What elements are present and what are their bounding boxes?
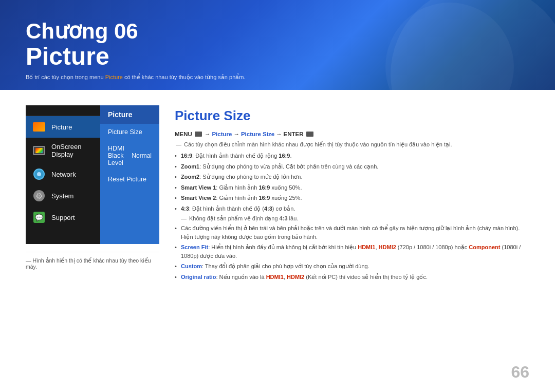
footer-note: ― Hình ảnh hiển thị có thể khác nhau tùy…: [26, 257, 159, 270]
term-smartview1: Smart View 1: [181, 184, 216, 191]
menu-left-panel: Picture OnScreen Display Network: [26, 105, 100, 244]
term-zoom2: Zoom2: [181, 174, 199, 180]
term-sv2-ratio: 16:9: [258, 195, 270, 201]
menu-divider: [26, 252, 159, 252]
list-item-zoom1: Zoom1: Sử dụng cho phóng to vừa phải. Cắ…: [175, 162, 529, 171]
sidebar-item-system[interactable]: System: [26, 185, 100, 207]
text-custom: : Thay đổi độ phân giải cho phù hợp với …: [202, 263, 369, 269]
right-content: Picture Size MENU → Picture → Picture Si…: [175, 105, 529, 382]
note-43-text: Không đặt sản phẩm về định dạng 4:3 lâu.: [189, 215, 298, 222]
header-subtitle: Bố trí các tùy chọn trong menu Picture c…: [26, 74, 246, 81]
note-43-bold: 4:3: [280, 215, 288, 221]
path-arrow1: →: [205, 131, 211, 137]
text-zoom1: : Sử dụng cho phóng to vừa phải. Cắt bớt…: [199, 163, 378, 170]
text-sv1: : Giảm hình ảnh: [216, 184, 258, 191]
page-title: Picture: [26, 43, 138, 70]
text-sv2-end: xuống 25%.: [270, 195, 302, 201]
sidebar-item-support[interactable]: Support: [26, 207, 100, 228]
term-custom: Custom: [181, 263, 202, 269]
intro-dash: Các tùy chọn điều chỉnh màn hình khác nh…: [175, 141, 529, 148]
note-43-block: Không đặt sản phẩm về định dạng 4:3 lâu.: [181, 215, 529, 222]
text-16-9-end: .: [290, 153, 291, 159]
sidebar-item-picture-label: Picture: [51, 123, 72, 131]
path-arrow3: →: [276, 131, 282, 137]
enter-icon-shape: [306, 132, 313, 137]
term-orig-hdmi1: HDMI1: [266, 274, 284, 280]
menu-icon-shape: [195, 132, 202, 137]
support-icon: [32, 212, 46, 223]
term-zoom1: Zoom1: [181, 163, 199, 170]
submenu-hdmi-label: HDMI Black Level: [108, 145, 132, 166]
list-item-original: Original ratio: Nếu nguồn vào là HDMI1, …: [175, 273, 529, 282]
text-burn: Các đường viền hiển thị ở bên trái và bê…: [181, 225, 520, 240]
term-sv1-ratio: 16:9: [258, 184, 270, 191]
list-item-zoom2: Zoom2: Sử dụng cho phóng to mức độ lớn h…: [175, 173, 529, 181]
list-item-screenfit: Screen Fit: Hiển thị hình ảnh đầy đủ mà …: [175, 243, 529, 260]
text-sf3: (720p / 1080i / 1080p) hoặc: [396, 244, 469, 250]
sidebar-item-support-label: Support: [51, 214, 75, 221]
submenu-hdmi-value: Normal: [132, 152, 152, 159]
submenu-item-reset[interactable]: Reset Picture: [100, 171, 159, 188]
text-sv1-end: xuống 50%.: [270, 184, 302, 191]
left-menu: Picture OnScreen Display Network: [26, 105, 159, 382]
term-component: Component: [469, 244, 500, 250]
bullet-list: 16:9: Đặt hình ảnh thành chế độ rộng 16:…: [175, 152, 529, 213]
sidebar-item-picture[interactable]: Picture: [26, 116, 100, 138]
term-orig-hdmi2: HDMI2: [287, 274, 304, 280]
menu-row: Picture OnScreen Display Network: [26, 105, 159, 244]
term-smartview2: Smart View 2: [181, 195, 216, 201]
note-dash: ―: [26, 257, 32, 264]
term-screenfit: Screen Fit: [181, 244, 208, 250]
subtitle-highlight: Picture: [105, 74, 123, 80]
sidebar-item-onscreen[interactable]: OnScreen Display: [26, 138, 100, 163]
term-original: Original ratio: [181, 274, 216, 280]
submenu-item-picture-size[interactable]: Picture Size: [100, 124, 159, 140]
term-43: 4:3: [181, 206, 189, 212]
list-item-smartview1: Smart View 1: Giảm hình ảnh 16:9 xuống 5…: [175, 183, 529, 192]
path-enter: ENTER: [284, 131, 304, 137]
text-orig: : Nếu nguồn vào là: [216, 274, 266, 280]
text-orig3: (Kết nối PC) thì video sẽ hiển thị theo …: [304, 274, 428, 280]
list-item-burn: Các đường viền hiển thị ở bên trái và bê…: [175, 224, 529, 241]
submenu-picture-size-label: Picture Size: [108, 128, 142, 136]
submenu-panel: Picture Picture Size HDMI Black Level No…: [100, 105, 159, 244]
path-picture-size: Picture Size: [241, 131, 274, 137]
menu-header: [26, 105, 100, 116]
term-16-9-2: 16:9: [279, 153, 290, 159]
text-16-9: : Đặt hình ảnh thành chế độ rộng: [192, 153, 279, 159]
chapter-title: Chương 06: [26, 20, 138, 43]
list-item-43: 4:3: Đặt hình ảnh thành chế độ (4:3) cơ …: [175, 204, 529, 213]
main-content: Picture OnScreen Display Network: [0, 90, 555, 392]
term-hdmi1: HDMI1: [358, 244, 375, 250]
text-43-end: ) cơ bản.: [272, 206, 295, 212]
submenu-item-hdmi-black[interactable]: HDMI Black Level Normal: [100, 140, 159, 171]
text-sv2: : Giảm hình ảnh: [216, 195, 258, 201]
sidebar-item-network[interactable]: Network: [26, 163, 100, 185]
text-43: : Đặt hình ảnh thành chế độ (: [189, 206, 264, 212]
sidebar-item-network-label: Network: [51, 171, 76, 178]
header-text: Chương 06 Picture: [26, 20, 138, 70]
system-icon: [32, 190, 46, 201]
intro-text: Các tùy chọn điều chỉnh màn hình khác nh…: [184, 141, 452, 148]
sidebar-item-system-label: System: [51, 192, 73, 200]
path-arrow2: →: [233, 131, 239, 137]
subtitle-prefix: Bố trí các tùy chọn trong menu: [26, 74, 105, 80]
term-43-2: 4:3: [264, 206, 272, 212]
text-zoom2: : Sử dụng cho phóng to mức độ lớn hơn.: [199, 174, 302, 180]
onscreen-icon: [32, 145, 46, 156]
text-sf: : Hiển thị hình ảnh đầy đủ mà không bị c…: [208, 244, 358, 250]
subtitle-suffix: có thể khác nhau tùy thuộc vào từng sản …: [123, 74, 246, 80]
submenu-header: Picture: [100, 105, 159, 124]
page-number: 66: [511, 363, 529, 382]
list-item-custom: Custom: Thay đổi độ phân giải cho phù hợ…: [175, 262, 529, 271]
term-16-9: 16:9: [181, 153, 192, 159]
path-picture: Picture: [212, 131, 232, 137]
section-title: Picture Size: [175, 108, 529, 124]
note-content: Hình ảnh hiển thị có thể khác nhau tùy t…: [26, 257, 151, 270]
list-item-16-9: 16:9: Đặt hình ảnh thành chế độ rộng 16:…: [175, 152, 529, 160]
menu-path: MENU → Picture → Picture Size → ENTER: [175, 131, 529, 137]
network-icon: [32, 169, 46, 180]
menu-keyword: MENU: [175, 131, 192, 137]
term-hdmi2: HDMI2: [379, 244, 396, 250]
bullet-list-2: Các đường viền hiển thị ở bên trái và bê…: [175, 224, 529, 281]
